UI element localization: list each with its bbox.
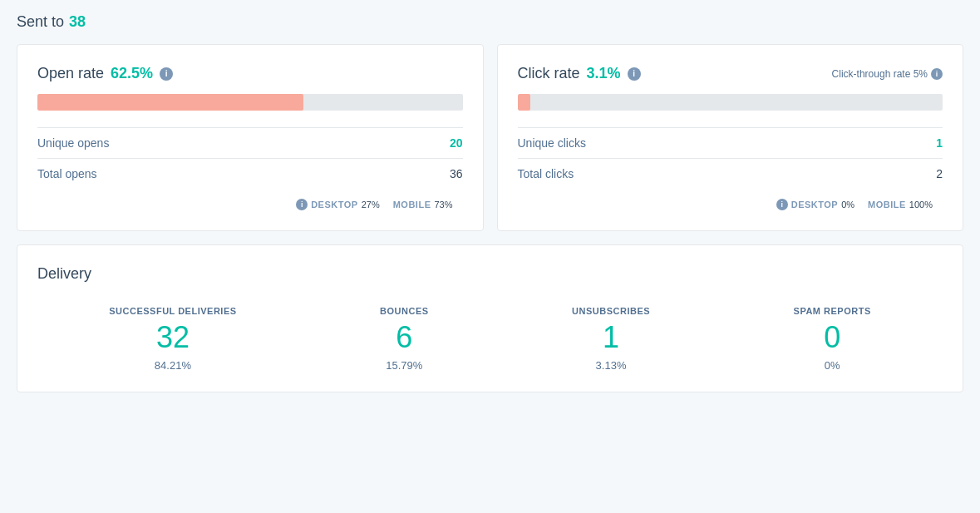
total-opens-row: Total opens 36 bbox=[37, 158, 463, 189]
open-rate-progress-bar bbox=[37, 94, 463, 111]
delivery-stat-1: BOUNCES 6 15.79% bbox=[380, 306, 429, 372]
open-rate-progress-fill bbox=[37, 94, 303, 111]
delivery-stat-0: SUCCESSFUL DELIVERIES 32 84.21% bbox=[109, 306, 236, 372]
open-rate-mobile-label: MOBILE bbox=[393, 200, 431, 210]
open-rate-device-info-icon[interactable]: i bbox=[296, 199, 308, 210]
click-through-info-icon[interactable]: i bbox=[931, 68, 943, 80]
delivery-stat-pct-3: 0% bbox=[825, 359, 840, 372]
total-opens-value: 36 bbox=[450, 167, 463, 180]
delivery-stat-3: SPAM REPORTS 0 0% bbox=[794, 306, 871, 372]
delivery-stat-label-0: SUCCESSFUL DELIVERIES bbox=[109, 306, 236, 316]
click-rate-card-header: Click rate 3.1% i Click-through rate 5% … bbox=[518, 65, 943, 82]
click-through-group: Click-through rate 5% i bbox=[832, 68, 943, 80]
delivery-stat-pct-1: 15.79% bbox=[386, 359, 422, 372]
unique-opens-label: Unique opens bbox=[37, 136, 109, 150]
total-opens-label: Total opens bbox=[37, 167, 97, 180]
unique-clicks-value: 1 bbox=[936, 136, 943, 150]
click-through-text: Click-through rate 5% bbox=[832, 68, 928, 80]
unique-opens-row: Unique opens 20 bbox=[37, 127, 463, 158]
sent-to-count: 38 bbox=[69, 13, 86, 31]
open-rate-card: Open rate 62.5% i Unique opens 20 Total … bbox=[17, 44, 484, 231]
open-rate-info-icon[interactable]: i bbox=[160, 67, 173, 81]
delivery-stat-label-3: SPAM REPORTS bbox=[794, 306, 871, 316]
click-rate-progress-fill bbox=[518, 94, 531, 111]
click-rate-device-info-icon[interactable]: i bbox=[776, 199, 788, 210]
delivery-card: Delivery SUCCESSFUL DELIVERIES 32 84.21%… bbox=[17, 244, 963, 392]
click-rate-device-row: i DESKTOP 0% MOBILE 100% bbox=[518, 199, 943, 210]
total-clicks-label: Total clicks bbox=[518, 167, 574, 180]
delivery-stat-pct-0: 84.21% bbox=[155, 359, 191, 372]
open-rate-value: 62.5% bbox=[111, 65, 153, 82]
click-rate-desktop-label: DESKTOP bbox=[791, 200, 838, 210]
delivery-stat-value-2: 1 bbox=[603, 323, 619, 353]
open-rate-title-group: Open rate 62.5% i bbox=[37, 65, 173, 82]
click-rate-progress-bar bbox=[518, 94, 943, 111]
open-rate-desktop-value: 27% bbox=[362, 200, 380, 210]
open-rate-mobile-value: 73% bbox=[434, 200, 452, 210]
click-rate-card: Click rate 3.1% i Click-through rate 5% … bbox=[497, 44, 964, 231]
sent-to-label: Sent to bbox=[17, 13, 64, 31]
click-rate-info-icon[interactable]: i bbox=[628, 67, 641, 81]
click-rate-desktop-value: 0% bbox=[841, 200, 854, 210]
unique-clicks-row: Unique clicks 1 bbox=[518, 127, 943, 158]
click-rate-mobile-label: MOBILE bbox=[868, 200, 906, 210]
delivery-stat-2: UNSUBSCRIBES 1 3.13% bbox=[572, 306, 650, 372]
unique-opens-value: 20 bbox=[450, 136, 463, 150]
unique-clicks-label: Unique clicks bbox=[518, 136, 586, 150]
click-rate-title-group: Click rate 3.1% i bbox=[518, 65, 641, 82]
click-rate-label: Click rate bbox=[518, 65, 580, 82]
open-rate-label: Open rate bbox=[37, 65, 104, 82]
open-rate-card-header: Open rate 62.5% i bbox=[37, 65, 463, 82]
sent-to-header: Sent to 38 bbox=[17, 13, 963, 31]
click-rate-mobile-value: 100% bbox=[909, 200, 933, 210]
click-rate-value: 3.1% bbox=[587, 65, 621, 82]
cards-row: Open rate 62.5% i Unique opens 20 Total … bbox=[17, 44, 963, 231]
total-clicks-row: Total clicks 2 bbox=[518, 158, 943, 189]
open-rate-device-row: i DESKTOP 27% MOBILE 73% bbox=[37, 199, 463, 210]
delivery-stat-pct-2: 3.13% bbox=[596, 359, 627, 372]
delivery-stat-value-0: 32 bbox=[156, 323, 190, 353]
delivery-stat-label-1: BOUNCES bbox=[380, 306, 429, 316]
open-rate-desktop-label: DESKTOP bbox=[311, 200, 357, 210]
delivery-stat-value-3: 0 bbox=[824, 323, 840, 353]
page-container: Sent to 38 Open rate 62.5% i Unique open… bbox=[0, 0, 980, 406]
delivery-stat-value-1: 6 bbox=[396, 323, 412, 353]
delivery-stats: SUCCESSFUL DELIVERIES 32 84.21% BOUNCES … bbox=[37, 306, 943, 372]
delivery-stat-label-2: UNSUBSCRIBES bbox=[572, 306, 650, 316]
total-clicks-value: 2 bbox=[936, 167, 943, 180]
delivery-title: Delivery bbox=[37, 265, 943, 283]
